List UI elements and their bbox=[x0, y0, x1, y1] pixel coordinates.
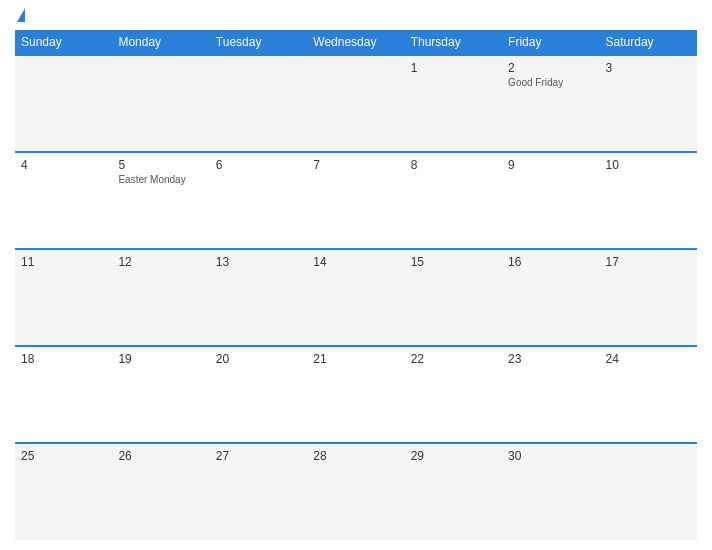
day-number: 15 bbox=[411, 255, 496, 269]
calendar-cell: 21 bbox=[307, 346, 404, 443]
day-number: 22 bbox=[411, 352, 496, 366]
day-number: 5 bbox=[118, 158, 203, 172]
weekday-header-friday: Friday bbox=[502, 30, 599, 55]
calendar-cell: 24 bbox=[600, 346, 697, 443]
day-number: 8 bbox=[411, 158, 496, 172]
calendar-cell bbox=[112, 55, 209, 152]
day-number: 13 bbox=[216, 255, 301, 269]
day-number: 12 bbox=[118, 255, 203, 269]
day-number: 3 bbox=[606, 61, 691, 75]
day-number: 19 bbox=[118, 352, 203, 366]
calendar-cell: 10 bbox=[600, 152, 697, 249]
holiday-name: Good Friday bbox=[508, 77, 593, 88]
calendar-cell: 29 bbox=[405, 443, 502, 540]
day-number: 2 bbox=[508, 61, 593, 75]
calendar-cell: 9 bbox=[502, 152, 599, 249]
weekday-header-saturday: Saturday bbox=[600, 30, 697, 55]
weekday-header-tuesday: Tuesday bbox=[210, 30, 307, 55]
calendar-cell: 6 bbox=[210, 152, 307, 249]
logo bbox=[15, 10, 25, 22]
day-number: 10 bbox=[606, 158, 691, 172]
calendar-container: SundayMondayTuesdayWednesdayThursdayFrid… bbox=[0, 0, 712, 550]
calendar-cell: 4 bbox=[15, 152, 112, 249]
calendar-cell: 27 bbox=[210, 443, 307, 540]
calendar-cell: 13 bbox=[210, 249, 307, 346]
calendar-cell: 16 bbox=[502, 249, 599, 346]
day-number: 4 bbox=[21, 158, 106, 172]
calendar-cell: 7 bbox=[307, 152, 404, 249]
calendar-table: SundayMondayTuesdayWednesdayThursdayFrid… bbox=[15, 30, 697, 540]
day-number: 9 bbox=[508, 158, 593, 172]
day-number: 18 bbox=[21, 352, 106, 366]
calendar-cell: 22 bbox=[405, 346, 502, 443]
calendar-cell: 25 bbox=[15, 443, 112, 540]
calendar-cell: 1 bbox=[405, 55, 502, 152]
day-number: 7 bbox=[313, 158, 398, 172]
calendar-cell: 5Easter Monday bbox=[112, 152, 209, 249]
calendar-cell: 12 bbox=[112, 249, 209, 346]
day-number: 26 bbox=[118, 449, 203, 463]
calendar-cell: 2Good Friday bbox=[502, 55, 599, 152]
logo-triangle-icon bbox=[17, 8, 25, 22]
day-number: 1 bbox=[411, 61, 496, 75]
calendar-cell: 17 bbox=[600, 249, 697, 346]
calendar-header bbox=[15, 10, 697, 22]
holiday-name: Easter Monday bbox=[118, 174, 203, 185]
calendar-week-row: 11121314151617 bbox=[15, 249, 697, 346]
day-number: 24 bbox=[606, 352, 691, 366]
day-number: 28 bbox=[313, 449, 398, 463]
day-number: 30 bbox=[508, 449, 593, 463]
calendar-cell bbox=[600, 443, 697, 540]
weekday-header-wednesday: Wednesday bbox=[307, 30, 404, 55]
calendar-cell: 23 bbox=[502, 346, 599, 443]
weekday-header-sunday: Sunday bbox=[15, 30, 112, 55]
calendar-week-row: 45Easter Monday678910 bbox=[15, 152, 697, 249]
calendar-week-row: 12Good Friday3 bbox=[15, 55, 697, 152]
calendar-cell: 30 bbox=[502, 443, 599, 540]
calendar-cell: 8 bbox=[405, 152, 502, 249]
calendar-cell bbox=[210, 55, 307, 152]
calendar-cell: 14 bbox=[307, 249, 404, 346]
weekday-header-monday: Monday bbox=[112, 30, 209, 55]
day-number: 21 bbox=[313, 352, 398, 366]
calendar-header-row: SundayMondayTuesdayWednesdayThursdayFrid… bbox=[15, 30, 697, 55]
day-number: 17 bbox=[606, 255, 691, 269]
calendar-cell bbox=[15, 55, 112, 152]
calendar-cell: 18 bbox=[15, 346, 112, 443]
day-number: 16 bbox=[508, 255, 593, 269]
day-number: 20 bbox=[216, 352, 301, 366]
calendar-cell: 3 bbox=[600, 55, 697, 152]
calendar-cell: 20 bbox=[210, 346, 307, 443]
calendar-cell: 11 bbox=[15, 249, 112, 346]
calendar-cell: 19 bbox=[112, 346, 209, 443]
day-number: 11 bbox=[21, 255, 106, 269]
calendar-cell: 28 bbox=[307, 443, 404, 540]
calendar-cell: 15 bbox=[405, 249, 502, 346]
day-number: 29 bbox=[411, 449, 496, 463]
calendar-cell bbox=[307, 55, 404, 152]
day-number: 6 bbox=[216, 158, 301, 172]
day-number: 27 bbox=[216, 449, 301, 463]
day-number: 25 bbox=[21, 449, 106, 463]
day-number: 23 bbox=[508, 352, 593, 366]
day-number: 14 bbox=[313, 255, 398, 269]
calendar-week-row: 18192021222324 bbox=[15, 346, 697, 443]
weekday-header-thursday: Thursday bbox=[405, 30, 502, 55]
calendar-week-row: 252627282930 bbox=[15, 443, 697, 540]
calendar-cell: 26 bbox=[112, 443, 209, 540]
